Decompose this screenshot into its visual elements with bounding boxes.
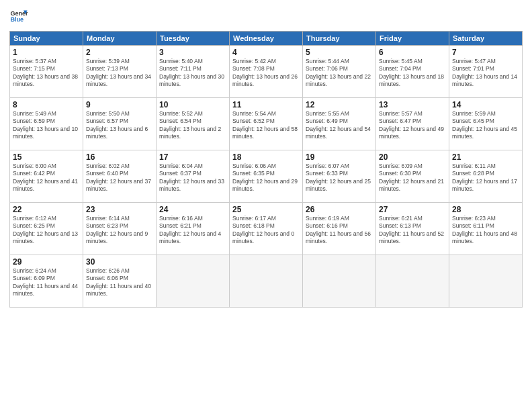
day-number: 3 (159, 48, 226, 57)
day-info: Sunrise: 5:55 AMSunset: 6:49 PMDaylight:… (306, 110, 373, 141)
calendar-cell: 6Sunrise: 5:45 AMSunset: 7:04 PMDaylight… (376, 46, 449, 98)
weekday-header: Monday (83, 32, 157, 46)
calendar-cell: 7Sunrise: 5:47 AMSunset: 7:01 PMDaylight… (449, 46, 523, 98)
day-number: 23 (86, 205, 153, 214)
day-info: Sunrise: 6:26 AMSunset: 6:06 PMDaylight:… (86, 267, 153, 298)
day-number: 2 (86, 48, 153, 57)
calendar-cell: 23Sunrise: 6:14 AMSunset: 6:23 PMDayligh… (83, 203, 157, 255)
day-info: Sunrise: 6:16 AMSunset: 6:21 PMDaylight:… (159, 215, 226, 246)
calendar-cell: 27Sunrise: 6:21 AMSunset: 6:13 PMDayligh… (376, 203, 449, 255)
day-info: Sunrise: 5:37 AMSunset: 7:15 PMDaylight:… (13, 58, 80, 89)
day-info: Sunrise: 5:54 AMSunset: 6:52 PMDaylight:… (232, 110, 300, 141)
calendar-cell: 26Sunrise: 6:19 AMSunset: 6:16 PMDayligh… (303, 203, 376, 255)
calendar-cell: 16Sunrise: 6:02 AMSunset: 6:40 PMDayligh… (83, 150, 157, 203)
calendar-cell (230, 255, 303, 308)
day-number: 25 (232, 205, 300, 214)
day-number: 29 (13, 257, 80, 267)
weekday-header: Thursday (303, 32, 376, 46)
calendar-cell: 11Sunrise: 5:54 AMSunset: 6:52 PMDayligh… (230, 98, 303, 150)
day-info: Sunrise: 5:42 AMSunset: 7:08 PMDaylight:… (232, 58, 300, 89)
calendar-cell: 14Sunrise: 5:59 AMSunset: 6:45 PMDayligh… (449, 98, 523, 150)
day-info: Sunrise: 5:47 AMSunset: 7:01 PMDaylight:… (452, 58, 519, 89)
day-info: Sunrise: 6:17 AMSunset: 6:18 PMDaylight:… (232, 215, 300, 246)
day-number: 24 (159, 205, 226, 214)
day-number: 5 (306, 48, 373, 57)
calendar-cell: 9Sunrise: 5:50 AMSunset: 6:57 PMDaylight… (83, 98, 157, 150)
weekday-header: Tuesday (157, 32, 230, 46)
day-info: Sunrise: 5:44 AMSunset: 7:06 PMDaylight:… (306, 58, 373, 89)
calendar-cell: 25Sunrise: 6:17 AMSunset: 6:18 PMDayligh… (230, 203, 303, 255)
calendar-cell: 29Sunrise: 6:24 AMSunset: 6:09 PMDayligh… (10, 255, 83, 308)
day-number: 15 (13, 152, 80, 162)
day-number: 7 (452, 48, 519, 57)
day-info: Sunrise: 5:57 AMSunset: 6:47 PMDaylight:… (379, 110, 446, 141)
calendar-cell: 15Sunrise: 6:00 AMSunset: 6:42 PMDayligh… (10, 150, 83, 203)
day-number: 4 (232, 48, 300, 57)
day-number: 9 (86, 100, 153, 109)
calendar-cell: 3Sunrise: 5:40 AMSunset: 7:11 PMDaylight… (157, 46, 230, 98)
day-info: Sunrise: 6:12 AMSunset: 6:25 PMDaylight:… (13, 215, 80, 246)
day-number: 8 (13, 100, 80, 109)
weekday-header: Friday (376, 32, 449, 46)
calendar-cell: 17Sunrise: 6:04 AMSunset: 6:37 PMDayligh… (157, 150, 230, 203)
day-number: 22 (13, 205, 80, 214)
day-info: Sunrise: 6:06 AMSunset: 6:35 PMDaylight:… (232, 163, 300, 193)
day-info: Sunrise: 5:59 AMSunset: 6:45 PMDaylight:… (452, 110, 519, 141)
day-number: 20 (379, 152, 446, 162)
calendar-cell: 10Sunrise: 5:52 AMSunset: 6:54 PMDayligh… (157, 98, 230, 150)
day-number: 10 (159, 100, 226, 109)
weekday-header: Saturday (449, 32, 523, 46)
day-info: Sunrise: 6:07 AMSunset: 6:33 PMDaylight:… (306, 163, 373, 193)
day-info: Sunrise: 6:19 AMSunset: 6:16 PMDaylight:… (306, 215, 373, 246)
day-info: Sunrise: 5:40 AMSunset: 7:11 PMDaylight:… (159, 58, 226, 89)
day-info: Sunrise: 6:21 AMSunset: 6:13 PMDaylight:… (379, 215, 446, 246)
calendar-cell: 12Sunrise: 5:55 AMSunset: 6:49 PMDayligh… (303, 98, 376, 150)
day-number: 6 (379, 48, 446, 57)
svg-text:Blue: Blue (10, 16, 24, 23)
day-number: 14 (452, 100, 519, 109)
day-info: Sunrise: 5:49 AMSunset: 6:59 PMDaylight:… (13, 110, 80, 141)
day-number: 27 (379, 205, 446, 214)
day-info: Sunrise: 5:52 AMSunset: 6:54 PMDaylight:… (159, 110, 226, 141)
calendar-cell: 19Sunrise: 6:07 AMSunset: 6:33 PMDayligh… (303, 150, 376, 203)
calendar-cell (303, 255, 376, 308)
day-number: 17 (159, 152, 226, 162)
day-number: 13 (379, 100, 446, 109)
calendar-cell: 18Sunrise: 6:06 AMSunset: 6:35 PMDayligh… (230, 150, 303, 203)
day-number: 18 (232, 152, 300, 162)
calendar-cell: 2Sunrise: 5:39 AMSunset: 7:13 PMDaylight… (83, 46, 157, 98)
logo: General Blue (9, 7, 28, 26)
day-info: Sunrise: 6:09 AMSunset: 6:30 PMDaylight:… (379, 163, 446, 193)
day-info: Sunrise: 6:11 AMSunset: 6:28 PMDaylight:… (452, 163, 519, 193)
calendar: SundayMondayTuesdayWednesdayThursdayFrid… (9, 31, 523, 308)
calendar-cell (376, 255, 449, 308)
calendar-cell: 30Sunrise: 6:26 AMSunset: 6:06 PMDayligh… (83, 255, 157, 308)
day-info: Sunrise: 6:24 AMSunset: 6:09 PMDaylight:… (13, 267, 80, 298)
day-number: 12 (306, 100, 373, 109)
calendar-cell: 5Sunrise: 5:44 AMSunset: 7:06 PMDaylight… (303, 46, 376, 98)
weekday-header: Sunday (10, 32, 83, 46)
calendar-cell: 1Sunrise: 5:37 AMSunset: 7:15 PMDaylight… (10, 46, 83, 98)
day-number: 11 (232, 100, 300, 109)
day-number: 30 (86, 257, 153, 267)
calendar-cell: 8Sunrise: 5:49 AMSunset: 6:59 PMDaylight… (10, 98, 83, 150)
day-number: 26 (306, 205, 373, 214)
calendar-cell: 24Sunrise: 6:16 AMSunset: 6:21 PMDayligh… (157, 203, 230, 255)
calendar-cell: 28Sunrise: 6:23 AMSunset: 6:11 PMDayligh… (449, 203, 523, 255)
day-info: Sunrise: 6:02 AMSunset: 6:40 PMDaylight:… (86, 163, 153, 193)
weekday-header: Wednesday (230, 32, 303, 46)
day-info: Sunrise: 6:04 AMSunset: 6:37 PMDaylight:… (159, 163, 226, 193)
calendar-cell: 13Sunrise: 5:57 AMSunset: 6:47 PMDayligh… (376, 98, 449, 150)
calendar-cell: 20Sunrise: 6:09 AMSunset: 6:30 PMDayligh… (376, 150, 449, 203)
day-info: Sunrise: 6:14 AMSunset: 6:23 PMDaylight:… (86, 215, 153, 246)
calendar-cell (449, 255, 523, 308)
day-info: Sunrise: 6:00 AMSunset: 6:42 PMDaylight:… (13, 163, 80, 193)
header: General Blue (9, 7, 523, 26)
calendar-cell: 4Sunrise: 5:42 AMSunset: 7:08 PMDaylight… (230, 46, 303, 98)
day-info: Sunrise: 5:39 AMSunset: 7:13 PMDaylight:… (86, 58, 153, 89)
calendar-cell (157, 255, 230, 308)
day-info: Sunrise: 5:45 AMSunset: 7:04 PMDaylight:… (379, 58, 446, 89)
day-number: 1 (13, 48, 80, 57)
day-number: 19 (306, 152, 373, 162)
day-number: 16 (86, 152, 153, 162)
